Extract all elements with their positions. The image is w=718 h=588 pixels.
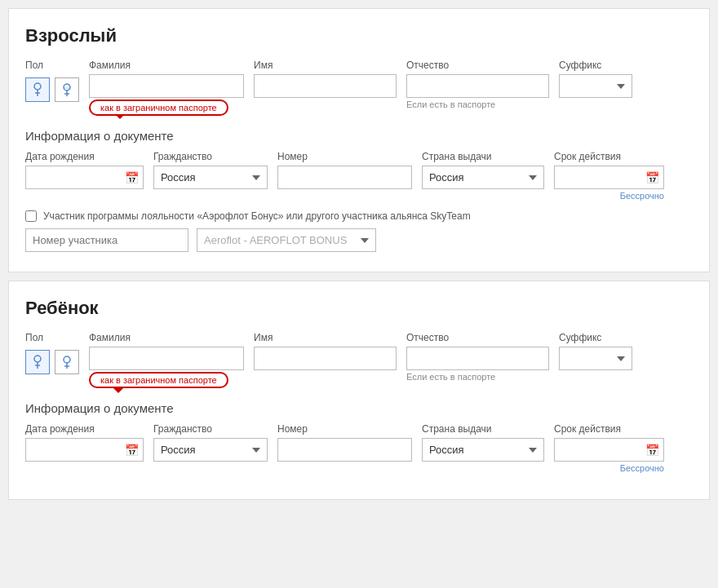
adult-loyalty-row: Участник программы лояльности «Аэрофлот … xyxy=(25,210,693,222)
svg-point-3 xyxy=(64,84,70,91)
adult-title: Взрослый xyxy=(25,25,693,46)
adult-expiry-wrap: 📅 xyxy=(554,166,664,189)
adult-passport-hint-wrap: как в заграничном паспорте xyxy=(89,98,244,116)
child-gender-label: Пол xyxy=(25,332,79,343)
adult-loyalty-checkbox[interactable] xyxy=(25,210,37,222)
adult-male-icon[interactable] xyxy=(25,77,50,102)
child-expiry-wrap: 📅 xyxy=(554,438,664,462)
child-male-icon[interactable] xyxy=(25,350,50,374)
adult-bессrocno-link[interactable]: Бессрочно xyxy=(554,191,664,201)
child-female-svg xyxy=(59,354,75,370)
adult-dob-group: Дата рождения 📅 xyxy=(25,151,144,189)
child-number-group: Номер xyxy=(277,423,412,462)
child-gender-icons xyxy=(25,350,79,374)
adult-expiry-group: Срок действия 📅 Бессрочно xyxy=(554,151,664,201)
child-middlename-group: Отчество Если есть в паспорте xyxy=(406,332,549,382)
adult-firstname-group: Имя xyxy=(254,60,397,98)
adult-suffix-label: Суффикс xyxy=(559,60,632,71)
child-female-icon[interactable] xyxy=(55,350,79,374)
child-expiry-group: Срок действия 📅 Бессрочно xyxy=(554,423,664,473)
adult-gender-label: Пол xyxy=(25,60,79,71)
adult-loyalty-number-input[interactable] xyxy=(25,228,188,252)
child-citizenship-label: Гражданство xyxy=(153,423,268,435)
adult-number-input[interactable] xyxy=(277,166,412,189)
adult-gender-group: Пол xyxy=(25,60,79,102)
child-dob-label: Дата рождения xyxy=(25,423,144,435)
child-suffix-group: Суффикс Jr Sr xyxy=(559,332,632,370)
child-middlename-label: Отчество xyxy=(406,332,549,343)
child-number-label: Номер xyxy=(277,423,412,435)
adult-expiry-label: Срок действия xyxy=(554,151,664,162)
child-expiry-input[interactable] xyxy=(554,438,664,462)
child-lastname-label: Фамилия xyxy=(89,332,244,343)
child-title: Ребёнок xyxy=(25,298,693,319)
adult-citizenship-group: Гражданство Россия Другое xyxy=(153,151,268,189)
svg-point-7 xyxy=(34,356,41,362)
adult-section: Взрослый Пол xyxy=(8,8,710,272)
child-firstname-label: Имя xyxy=(254,332,397,343)
adult-loyalty-inputs: Aeroflot - AEROFLOT BONUS xyxy=(25,228,693,252)
male-svg xyxy=(29,82,46,98)
adult-loyalty-label: Участник программы лояльности «Аэрофлот … xyxy=(43,210,471,222)
adult-country-label: Страна выдачи xyxy=(422,151,544,162)
child-doc-title: Информация о документе xyxy=(25,401,693,415)
child-country-select[interactable]: Россия Другое xyxy=(422,438,544,462)
adult-doc-row: Дата рождения 📅 Гражданство Россия Друго… xyxy=(25,151,693,201)
child-dob-input[interactable] xyxy=(25,438,144,462)
child-doc-row: Дата рождения 📅 Гражданство Россия Друго… xyxy=(25,423,693,473)
child-section: Ребёнок Пол xyxy=(8,281,710,500)
adult-female-icon[interactable] xyxy=(55,77,79,102)
adult-middlename-group: Отчество Если есть в паспорте xyxy=(406,60,549,109)
child-country-group: Страна выдачи Россия Другое xyxy=(422,423,544,462)
adult-middlename-input[interactable] xyxy=(406,74,549,98)
child-suffix-hint: Если есть в паспорте xyxy=(406,372,549,382)
adult-suffix-select[interactable]: Jr Sr xyxy=(559,74,632,98)
child-citizenship-select[interactable]: Россия Другое xyxy=(153,438,268,462)
child-expiry-label: Срок действия xyxy=(554,423,664,435)
adult-country-group: Страна выдачи Россия Другое xyxy=(422,151,544,189)
child-middlename-input[interactable] xyxy=(406,347,549,370)
adult-lastname-group: Фамилия как в заграничном паспорте xyxy=(89,60,244,116)
child-lastname-group: Фамилия как в заграничном паспорте xyxy=(89,332,244,388)
svg-point-10 xyxy=(64,356,70,363)
adult-firstname-input[interactable] xyxy=(254,74,397,98)
female-svg xyxy=(59,82,75,98)
child-dob-group: Дата рождения 📅 xyxy=(25,423,144,462)
child-firstname-input[interactable] xyxy=(254,347,397,370)
child-male-svg xyxy=(29,354,46,370)
child-citizenship-group: Гражданство Россия Другое xyxy=(153,423,268,462)
adult-middlename-label: Отчество xyxy=(406,60,549,71)
child-name-row: Пол Фа xyxy=(25,332,693,388)
child-firstname-group: Имя xyxy=(254,332,397,370)
adult-lastname-label: Фамилия xyxy=(89,60,244,71)
adult-doc-title: Информация о документе xyxy=(25,129,693,143)
adult-name-row: Пол xyxy=(25,60,693,116)
child-number-input[interactable] xyxy=(277,438,412,462)
adult-dob-label: Дата рождения xyxy=(25,151,144,162)
svg-point-0 xyxy=(34,83,41,90)
child-gender-group: Пол xyxy=(25,332,79,374)
adult-suffix-hint: Если есть в паспорте xyxy=(406,99,549,109)
adult-passport-hint[interactable]: как в заграничном паспорте xyxy=(89,99,228,116)
adult-firstname-label: Имя xyxy=(254,60,397,71)
adult-loyalty-select[interactable]: Aeroflot - AEROFLOT BONUS xyxy=(197,228,376,252)
adult-lastname-input[interactable] xyxy=(89,74,244,98)
child-bессrocno-link[interactable]: Бессрочно xyxy=(554,463,664,473)
child-suffix-label: Суффикс xyxy=(559,332,632,343)
adult-country-select[interactable]: Россия Другое xyxy=(422,166,544,189)
adult-expiry-input[interactable] xyxy=(554,166,664,189)
adult-number-group: Номер xyxy=(277,151,412,189)
adult-dob-wrap: 📅 xyxy=(25,166,144,189)
child-passport-hint-wrap: как в заграничном паспорте xyxy=(89,370,244,388)
adult-citizenship-select[interactable]: Россия Другое xyxy=(153,166,268,189)
adult-gender-icons xyxy=(25,77,79,102)
child-suffix-select[interactable]: Jr Sr xyxy=(559,347,632,370)
adult-citizenship-label: Гражданство xyxy=(153,151,268,162)
adult-suffix-group: Суффикс Jr Sr xyxy=(559,60,632,98)
child-country-label: Страна выдачи xyxy=(422,423,544,435)
adult-number-label: Номер xyxy=(277,151,412,162)
child-dob-wrap: 📅 xyxy=(25,438,144,462)
adult-dob-input[interactable] xyxy=(25,166,144,189)
child-passport-hint[interactable]: как в заграничном паспорте xyxy=(89,372,228,388)
child-lastname-input[interactable] xyxy=(89,347,244,370)
